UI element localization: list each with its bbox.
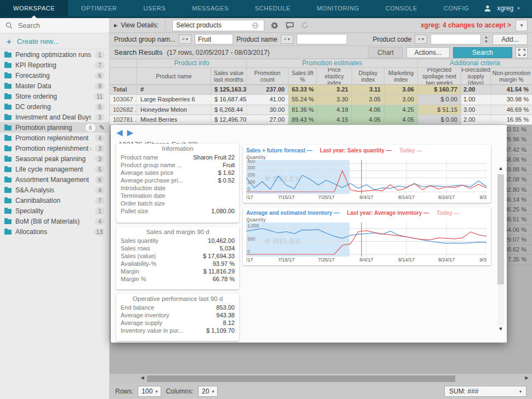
table-cell: $ 51.15 <box>418 105 461 115</box>
nav-tab[interactable]: CONSOLE <box>372 0 431 16</box>
results-info: (17 rows, 02/05/2017 - 08/03/2017) <box>167 49 269 56</box>
group-header-product-info: Product info <box>137 59 247 67</box>
table-row-total[interactable]: Total#$ 125,163.32237.0063.33 %3.213.113… <box>110 85 532 95</box>
table-cell: Honeydew Melon <box>137 105 211 115</box>
sidebar-folder-item[interactable]: Promotion planning 6 ✎ <box>0 122 109 133</box>
scroll-down-icon[interactable]: ▼ <box>496 326 505 334</box>
nav-tab[interactable]: OPTIMIZER <box>68 0 130 16</box>
column-header[interactable]: Sales value last months <box>211 68 247 84</box>
x-tick-label: /17 <box>246 195 253 200</box>
table-row[interactable]: 102682 ...Honeydew Melon$ 6,268.4430.008… <box>110 105 532 115</box>
fullscreen-icon[interactable] <box>516 47 528 58</box>
select-products-dropdown[interactable]: Select products <box>172 20 264 31</box>
sidebar-folder-item[interactable]: Promotion replenishment 4 ✎ <box>0 133 109 143</box>
product-code-filter-input[interactable] <box>431 34 481 44</box>
scrollbar-track[interactable] <box>497 174 504 325</box>
horizontal-scrollbar: ◀ ▶ <box>110 374 532 384</box>
sidebar-folder-item[interactable]: Pending optimization runs 1 ✎ <box>0 49 109 60</box>
sidebar-folder-item[interactable]: Promotion replenishment (DCs) 3 ✎ <box>0 143 109 153</box>
sidebar-folder-item[interactable]: BoM (Bill of Materials) 4 ✎ <box>0 216 109 226</box>
create-new-button[interactable]: + Create new... <box>0 33 109 49</box>
scrollbar-thumb[interactable] <box>147 375 455 382</box>
nav-tab[interactable]: USERS <box>130 0 179 16</box>
scroll-left-icon[interactable]: ◀ <box>140 375 144 380</box>
y-axis-label: Quantity <box>246 155 488 160</box>
scroll-up-icon[interactable]: ▲ <box>496 166 505 173</box>
previous-product-icon[interactable]: ◀ <box>116 128 123 137</box>
edit-pencil-icon[interactable]: ✎ <box>99 124 105 132</box>
count-badge: 7 <box>95 61 105 69</box>
user-menu-chevron-icon[interactable]: ▾ <box>517 5 520 11</box>
sidebar-item-label: Speciality <box>15 207 91 215</box>
column-header[interactable]: Marketing index <box>384 68 418 84</box>
settings-gear-icon[interactable] <box>269 20 280 31</box>
table-cell: 4.15 <box>317 115 352 124</box>
view-details-toggle[interactable]: ▶ View Details: <box>114 21 159 29</box>
sidebar-folder-item[interactable]: Allocations 13 ✎ <box>0 226 109 237</box>
changes-to-accept-link[interactable]: xgreg: 4 changes to accept > <box>421 21 511 29</box>
search-button[interactable]: Search <box>453 47 512 58</box>
nav-tab[interactable]: MONITORING <box>304 0 372 16</box>
count-badge: 6 <box>86 124 95 132</box>
sidebar-folder-item[interactable]: Assortment Management 6 ✎ <box>0 174 109 185</box>
add-filter-button[interactable]: Add... <box>493 34 528 45</box>
sidebar-folder-item[interactable]: DC ordering 5 ✎ <box>0 101 109 112</box>
scroll-right-icon[interactable]: ▶ <box>525 375 529 380</box>
actions-button[interactable]: Actions... <box>406 47 450 58</box>
sidebar-folder-item[interactable]: Investment and Deal Buys 3 ✎ <box>0 112 109 122</box>
table-row[interactable]: 103067 ...Large Raspberries 6$ 16,687.45… <box>110 95 532 105</box>
column-header[interactable]: Display index <box>352 68 384 84</box>
sidebar-folder-item[interactable]: Speciality 1 ✎ <box>0 206 109 216</box>
changes-chevron-button[interactable]: ▾ <box>516 20 528 31</box>
column-header[interactable]: Forecasted supply (days) <box>461 68 491 84</box>
sidebar-folder-item[interactable]: S&A Analysis 4 ✎ <box>0 185 109 195</box>
filter-operator-dropdown[interactable]: ≡▾ <box>281 35 293 44</box>
table-row[interactable]: 102781 ...Mixed Berries$ 12,496.7027.008… <box>110 115 532 125</box>
column-header[interactable] <box>110 68 137 84</box>
reorder-spinner[interactable]: ▲▼ <box>484 35 488 43</box>
product-name-filter-input[interactable] <box>297 34 347 44</box>
x-tick-label: 8/4/17 <box>359 257 373 263</box>
sidebar-folder-item[interactable]: Master Data 9 ✎ <box>0 81 109 91</box>
nav-tab[interactable]: MESSAGES <box>179 0 242 16</box>
nav-tab[interactable]: SCHEDULE <box>242 0 304 16</box>
group-header-promotion-estimates: Promotion estimates <box>247 59 418 67</box>
product-group-filter-input[interactable] <box>195 34 233 44</box>
sidebar-folder-item[interactable]: Life cycle management 5 ✎ <box>0 164 109 174</box>
sidebar-folder-item[interactable]: Forecasting 6 ✎ <box>0 70 109 81</box>
footer-bar: Rows: 100▾ Columns: 20▾ SUM: ###▾ <box>110 384 532 399</box>
sidebar-folder-item[interactable]: Seasonal peak planning 3 ✎ <box>0 153 109 164</box>
scrollbar-thumb[interactable] <box>497 174 504 284</box>
field-row: Product group name ...Fruit <box>116 161 239 169</box>
column-header[interactable]: Product name <box>137 68 211 84</box>
filter-operator-dropdown[interactable]: ≡▾ <box>415 35 427 44</box>
table-group-header: Product info Promotion estimates Additio… <box>110 59 532 68</box>
chart-button[interactable]: Chart <box>368 47 403 58</box>
sum-select[interactable]: SUM: ###▾ <box>444 386 527 397</box>
columns-select[interactable]: 20▾ <box>198 386 218 397</box>
user-name[interactable]: xgreg <box>497 4 513 12</box>
next-product-icon[interactable]: ▶ <box>127 128 134 137</box>
table-cell: 4.25 <box>384 105 418 115</box>
column-header[interactable]: Projected spoilage next two weeks <box>418 68 461 84</box>
refresh-icon[interactable] <box>299 20 310 31</box>
column-header[interactable]: Price elasticy index <box>317 68 352 84</box>
column-header[interactable]: Sales lift % <box>288 68 317 84</box>
field-row: Sales quantity10,462.00 <box>116 237 239 244</box>
comment-icon[interactable] <box>284 20 295 31</box>
nav-tab[interactable]: CONFIG <box>431 0 482 16</box>
filter-operator-dropdown[interactable]: ≡▾ <box>179 35 191 44</box>
x-tick-label: 9/3 <box>479 257 486 263</box>
up-arrow-icon: ▲ <box>484 35 488 39</box>
search-input[interactable] <box>17 21 107 30</box>
sidebar-folder-item[interactable]: KPI Reporting 7 ✎ <box>0 60 109 70</box>
legend-item: Sales + future forecast — <box>246 147 312 153</box>
folder-icon <box>4 84 12 89</box>
sidebar-folder-item[interactable]: Store ordering 11 ✎ <box>0 91 109 101</box>
sidebar-folder-item[interactable]: Cannibalisation 7 ✎ <box>0 195 109 206</box>
column-header[interactable]: Promotion count <box>247 68 288 84</box>
column-header[interactable]: Non-promotion margin % <box>491 68 532 84</box>
nav-tab[interactable]: WORKSPACE <box>0 0 68 16</box>
sidebar-item-label: KPI Reporting <box>15 61 91 69</box>
rows-select[interactable]: 100▾ <box>138 386 161 397</box>
